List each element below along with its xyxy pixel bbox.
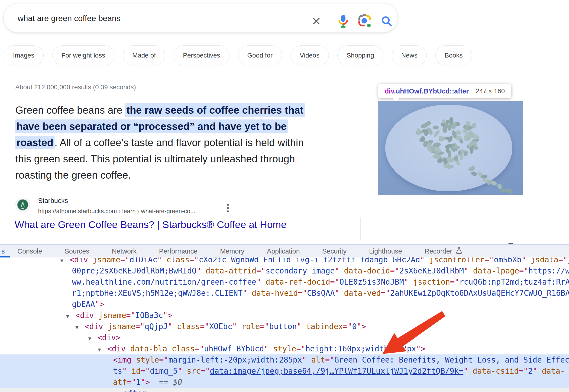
code-token: =": [141, 366, 150, 376]
code-token: ": [256, 277, 266, 286]
code-token: =": [381, 289, 390, 298]
code-token: ::after: [114, 389, 146, 392]
devtools-code-line[interactable]: <img style="margin-left:-20px;width:285p…: [0, 354, 569, 365]
filter-chip-news[interactable]: News: [392, 45, 427, 65]
source-url-breadcrumb: https://athome.starbucks.com › learn › w…: [38, 208, 195, 215]
devtools-tab-memory[interactable]: Memory: [220, 248, 244, 255]
devtools-tab-security[interactable]: Security: [322, 248, 347, 255]
code-token: ": [533, 366, 542, 376]
code-token: =": [195, 344, 204, 353]
results-stats: About 212,000,000 results (0.39 seconds): [15, 84, 136, 91]
devtools-code-line[interactable]: atf="1"> == $0: [0, 377, 569, 388]
code-token: >: [421, 344, 425, 353]
google-serp-with-devtools: ImagesFor weight lossMade ofPerspectives…: [0, 0, 569, 392]
code-token: ==: [159, 378, 173, 387]
filter-chip-perspectives[interactable]: Perspectives: [174, 45, 229, 65]
snippet-text: Green coffee beans are: [15, 104, 125, 116]
lens-camera-icon: [358, 14, 371, 28]
code-token: >: [361, 322, 366, 331]
devtools-tab-recorder[interactable]: Recorder: [425, 247, 463, 256]
clear-search-button[interactable]: [308, 13, 324, 29]
devtools-code-line[interactable]: gbEAA">: [0, 299, 569, 310]
devtools-code-line[interactable]: ▼<div jsname="IOBa3c">: [0, 310, 569, 321]
code-token: uhHOwf BYbUcd: [204, 344, 264, 353]
code-token: <div>: [98, 333, 120, 342]
devtools-code-line[interactable]: r1;nptbHe:XEuVS;h5M12e;qWWJ8e:.CLIENT" d…: [0, 288, 569, 299]
code-token: style: [136, 355, 159, 364]
column-divider: [360, 217, 361, 240]
filter-chip-for-weight-loss[interactable]: For weight loss: [52, 45, 114, 65]
code-token: =": [343, 322, 352, 331]
close-icon: [312, 16, 321, 27]
tab-label: Lighthouse: [369, 248, 402, 255]
code-token: =": [519, 366, 528, 376]
code-token: id: [132, 366, 141, 376]
filter-chip-videos[interactable]: Videos: [291, 45, 329, 65]
voice-search-button[interactable]: [335, 13, 351, 29]
tab-elements-partial[interactable]: s: [1, 245, 5, 257]
search-bar-divider: [330, 14, 330, 28]
code-token: ": [463, 366, 473, 376]
code-token: XOEbc: [209, 322, 232, 331]
devtools-tab-application[interactable]: Application: [267, 248, 300, 255]
devtools-code-line[interactable]: ts" id="dimg_5" src="data:image/jpeg;bas…: [0, 365, 569, 377]
flask-icon: [455, 247, 463, 256]
code-token: ": [196, 266, 206, 275]
green-coffee-beans-image[interactable]: [378, 101, 523, 195]
code-token: 2: [528, 366, 533, 376]
filter-chip-good-for[interactable]: Good for: [238, 45, 282, 65]
code-token: ": [264, 344, 273, 353]
devtools-tab-sources[interactable]: Sources: [65, 248, 89, 255]
result-title-link[interactable]: What are Green Coffee Beans? | Starbucks…: [15, 219, 287, 230]
code-token: ": [335, 266, 344, 275]
code-token: =": [201, 366, 210, 376]
devtools-elements-tree: ▼<div jsname="dTDiAc" class="cXo2tc Wgnb…: [0, 244, 569, 392]
source-site-name: Starbucks: [38, 197, 68, 205]
code-token: =": [126, 311, 136, 320]
tooltip-tag-name: div: [385, 87, 394, 95]
code-token: =": [296, 344, 306, 353]
code-token: ": [357, 322, 361, 331]
search-input[interactable]: [17, 3, 292, 33]
search-filter-chips: ImagesFor weight lossMade ofPerspectives…: [4, 45, 472, 65]
filter-chip-made-of[interactable]: Made of: [123, 45, 165, 65]
code-token: 2ahUKEwiZpOqKto6DAxUsUaQEHcY7CWUQ_R16BA: [390, 289, 569, 298]
code-token: OLE0z5is3NdJBM: [339, 277, 404, 286]
google-lens-button[interactable]: [356, 13, 373, 29]
code-token: data-: [542, 366, 565, 376]
code-token: $0: [173, 378, 182, 387]
code-token: ": [168, 322, 177, 331]
devtools-code-line[interactable]: ▼<div data-bla class="uhHOwf BYbUcd" sty…: [0, 343, 569, 354]
code-token: rcuQ6b:npT2md;tuz4af:RrA: [459, 277, 569, 286]
devtools-tab-network[interactable]: Network: [112, 248, 136, 255]
code-token: data-bla: [130, 344, 167, 353]
tab-label: Memory: [220, 248, 244, 255]
code-token: =": [159, 355, 169, 364]
starbucks-favicon: [15, 197, 30, 212]
tab-label: Performance: [159, 248, 198, 255]
devtools-tab-lighthouse[interactable]: Lighthouse: [369, 248, 402, 255]
code-token: ▼: [98, 344, 107, 355]
code-token: >: [100, 300, 104, 309]
search-submit-button[interactable]: [379, 13, 395, 29]
code-token: ": [122, 366, 132, 376]
devtools-code-line[interactable]: ww.healthline.com/nutrition/green-coffee…: [0, 277, 569, 288]
tab-label: Network: [112, 248, 136, 255]
code-token: ": [302, 355, 312, 364]
devtools-code-line[interactable]: ▼<div jsname="qQjpJ" class="XOEbc" role=…: [0, 321, 569, 332]
devtools-code-line[interactable]: ::after: [0, 388, 569, 392]
devtools-tab-console[interactable]: Console: [17, 248, 42, 255]
devtools-panel: ▼<div jsname="dTDiAc" class="cXo2tc Wgnb…: [0, 244, 569, 392]
code-token: CBsQAA: [307, 289, 335, 298]
devtools-code-line[interactable]: 00pre;2sX6eKEJ0dlRbM;BwRIdQ" data-attrid…: [0, 265, 569, 277]
filter-chip-shopping[interactable]: Shopping: [337, 45, 383, 65]
code-token: ▼: [66, 311, 75, 322]
snippet-highlighted-text: the raw seeds of coffee cherries that: [125, 103, 305, 117]
devtools-code-line[interactable]: ▼<div>: [0, 332, 569, 343]
snippet-line: this green seed. This potential is ultim…: [15, 151, 354, 167]
filter-chip-books[interactable]: Books: [435, 45, 472, 65]
filter-chip-images[interactable]: Images: [4, 45, 44, 65]
devtools-tab-performance[interactable]: Performance: [159, 248, 198, 255]
tooltip-classes: .uhHOwf.BYbUcd::after: [394, 87, 469, 95]
result-options-button[interactable]: [227, 204, 229, 214]
